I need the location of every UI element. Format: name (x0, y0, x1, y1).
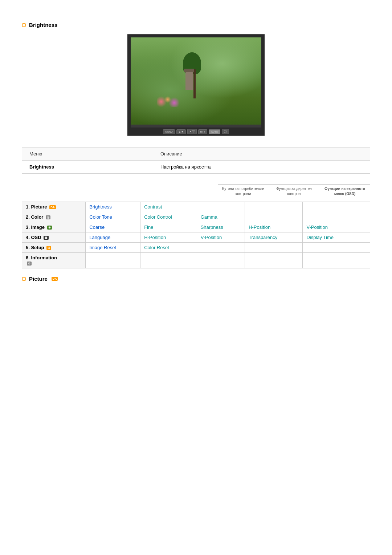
grid-cell: Contrast (140, 202, 197, 212)
menu-item-5-label: 5. Setup (26, 245, 44, 250)
btn-func-col-1: Бутони за потребителски контроли (218, 185, 269, 198)
info-table-container: Меню Описание Brightness Настройка на яр… (22, 147, 370, 174)
monitor-container: MENU ▲▼ ▲/▽ RTY AUTO ◯ (22, 34, 370, 136)
table-header-desc: Описание (153, 147, 370, 161)
menu-item-2-badge: ◎ (46, 215, 50, 219)
grid-cell-empty (358, 243, 370, 253)
grid-cell: V-Position (197, 232, 245, 243)
menu-item-6-badge: ⊙ (27, 262, 32, 266)
menu-item-1-label: 1. Picture (26, 204, 47, 210)
menu-item-4: 4. OSD ▦ (22, 232, 86, 243)
grid-cell-empty (86, 253, 140, 268)
table-cell-desc: Настройка на яркостта (153, 161, 370, 174)
grid-cell-empty (197, 202, 245, 212)
grid-cell: Transparency (245, 232, 303, 243)
picture-badge: DA (52, 277, 58, 281)
menu-item-2: 2. Color ◎ (22, 212, 86, 222)
brightness-circle-icon (22, 23, 26, 27)
table-row: Brightness Настройка на яркостта (22, 161, 370, 174)
menu-item-4-badge: ▦ (44, 236, 49, 240)
table-row: 3. Image ⊕ Coarse Fine Sharpness H-Posit… (22, 222, 370, 232)
table-header-menu: Меню (22, 147, 153, 161)
info-table: Меню Описание Brightness Настройка на яр… (22, 147, 370, 173)
menu-item-2-label: 2. Color (26, 214, 43, 220)
menu-item-5-badge: ⊞ (46, 246, 51, 250)
grid-cell-empty (358, 222, 370, 232)
menu-item-1-badge: DA (49, 205, 56, 209)
menu-item-6: 6. Information ⊙ (22, 253, 86, 268)
monitor-screen (131, 37, 261, 125)
picture-section: Picture DA (22, 276, 370, 282)
monitor: MENU ▲▼ ▲/▽ RTY AUTO ◯ (127, 34, 265, 136)
grid-cell: Gamma (197, 212, 245, 222)
menu-item-3-label: 3. Image (26, 224, 45, 230)
menu-item-6-label: 6. Information (26, 255, 57, 260)
button-functions-header: Бутони за потребителски контроли Функции… (22, 185, 370, 198)
table-row: 6. Information ⊙ (22, 253, 370, 268)
nav-button-2[interactable]: ▲/▽ (187, 129, 197, 134)
auto-button[interactable]: AUTO (209, 129, 220, 134)
grid-cell-empty (303, 253, 358, 268)
rty-button[interactable]: RTY (198, 129, 208, 134)
grid-cell-empty (197, 253, 245, 268)
grid-cell-empty (358, 212, 370, 222)
grid-cell-empty (245, 202, 303, 212)
grid-cell: Image Reset (86, 243, 140, 253)
brightness-title: Brightness (22, 22, 370, 28)
menu-item-3: 3. Image ⊕ (22, 222, 86, 232)
grid-cell: Brightness (86, 202, 140, 212)
picture-section-title: Picture DA (22, 276, 370, 282)
grid-cell: Coarse (86, 222, 140, 232)
menu-item-4-label: 4. OSD (26, 235, 41, 240)
grid-cell-empty (197, 243, 245, 253)
grid-cell: Sharpness (197, 222, 245, 232)
table-row: 4. OSD ▦ Language H-Position V-Position … (22, 232, 370, 243)
grid-cell: H-Position (245, 222, 303, 232)
grid-cell: V-Position (303, 222, 358, 232)
btn-func-col-2: Функции за директен контрол (269, 185, 319, 198)
grid-cell: Language (86, 232, 140, 243)
grid-cell: Color Reset (140, 243, 197, 253)
grid-cell: Color Control (140, 212, 197, 222)
table-row: 5. Setup ⊞ Image Reset Color Reset (22, 243, 370, 253)
grid-cell-empty (303, 202, 358, 212)
grid-cell-empty (303, 243, 358, 253)
grid-cell-empty (245, 212, 303, 222)
menu-button[interactable]: MENU (163, 129, 175, 134)
power-button[interactable]: ◯ (222, 129, 229, 134)
monitor-controls: MENU ▲▼ ▲/▽ RTY AUTO ◯ (131, 127, 261, 135)
grid-cell-empty (358, 253, 370, 268)
menu-item-3-badge: ⊕ (47, 226, 52, 230)
grid-cell: Fine (140, 222, 197, 232)
grid-cell: Color Tone (86, 212, 140, 222)
btn-func-col-3: Функции на екранното меню (OSD) (319, 185, 370, 198)
table-row: 1. Picture DA Brightness Contrast (22, 202, 370, 212)
grid-cell-empty (358, 232, 370, 243)
nav-button-1[interactable]: ▲▼ (176, 129, 186, 134)
grid-cell-empty (245, 243, 303, 253)
picture-circle-icon (22, 277, 26, 281)
brightness-section: Brightness MENU ▲▼ ▲/▽ RTY AUTO ◯ (22, 22, 370, 174)
table-cell-menu: Brightness (22, 161, 153, 174)
menu-item-1: 1. Picture DA (22, 202, 86, 212)
grid-cell: Display Time (303, 232, 358, 243)
grid-cell-empty (140, 253, 197, 268)
picture-label: Picture (29, 276, 48, 282)
grid-cell-empty (358, 202, 370, 212)
menu-grid-table: 1. Picture DA Brightness Contrast 2. Col… (22, 202, 370, 268)
brightness-label: Brightness (29, 22, 57, 28)
table-row: 2. Color ◎ Color Tone Color Control Gamm… (22, 212, 370, 222)
grid-cell: H-Position (140, 232, 197, 243)
menu-item-5: 5. Setup ⊞ (22, 243, 86, 253)
grid-cell-empty (303, 212, 358, 222)
grid-cell-empty (245, 253, 303, 268)
